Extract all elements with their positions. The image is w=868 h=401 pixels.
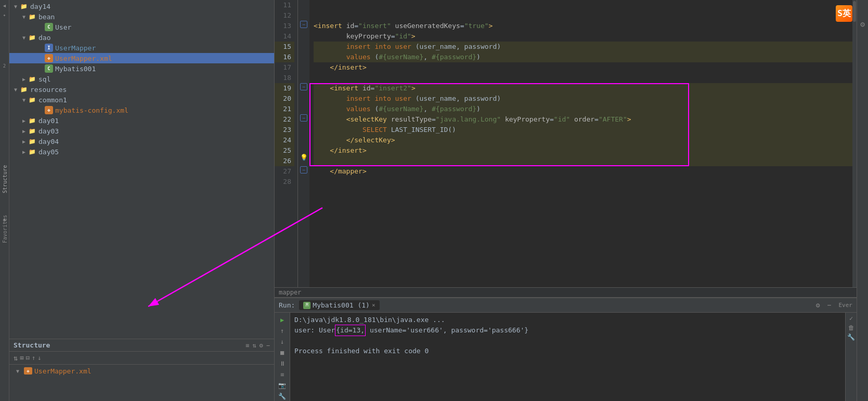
label-day03: day03 — [38, 127, 59, 135]
linenum-14: 14 — [275, 31, 294, 42]
code-line-27: </mapper> — [314, 166, 852, 177]
tree-item-day05[interactable]: 📁 day05 — [9, 146, 274, 157]
run-settings-btn[interactable]: 🔧 — [277, 391, 288, 401]
navigate-down-icon[interactable]: ↓ — [37, 354, 41, 362]
structure-header: Structure ≡ ⇅ ⚙ − — [9, 339, 274, 352]
linenum-16: 16 — [275, 52, 294, 62]
linenum-23: 23 — [275, 125, 294, 135]
run-ever-label: Ever — [839, 302, 853, 309]
tree-item-bean[interactable]: 📁 bean — [9, 11, 274, 22]
run-output: D:\java\jdk1.8.0_181\bin\java.exe ... us… — [290, 313, 845, 401]
run-tab-close[interactable]: × — [372, 302, 375, 309]
code-lines[interactable]: <insert id="insert" useGeneratedKeys="tr… — [309, 0, 852, 287]
run-settings-icon[interactable]: ⚙ — [816, 301, 820, 309]
output-highlight-id: {id=13, — [335, 325, 366, 336]
structure-settings-icon[interactable]: ⚙ — [260, 342, 263, 349]
run-panel: Run: M Mybatis001 (1) × ⚙ − Ever ▶ ↑ ↓ ■ — [275, 297, 857, 401]
run-scroll-end-btn[interactable]: ≡ — [277, 369, 288, 379]
tree-item-day03[interactable]: 📁 day03 — [9, 126, 274, 136]
arrow-day01 — [20, 116, 28, 125]
run-sidebar: ✓ 🗑 🔧 — [845, 313, 857, 401]
label-day05: day05 — [38, 148, 59, 156]
structure-content: ✤ UserMapper.xml — [9, 365, 274, 377]
structure-align-icon[interactable]: ≡ — [245, 342, 249, 349]
run-tab[interactable]: M Mybatis001 (1) × — [299, 300, 379, 310]
run-sidebar-icon-1[interactable]: ✓ — [849, 315, 853, 322]
struct-arrow — [14, 367, 22, 375]
right-sidebar-icon-1[interactable]: ⚙ — [859, 21, 866, 28]
tree-item-sql[interactable]: 📁 sql — [9, 74, 274, 84]
linenum-22: 22 — [275, 114, 294, 125]
fold-marker-13[interactable]: − — [300, 21, 307, 28]
tree-item-day01[interactable]: 📁 day01 — [9, 115, 274, 126]
run-sidebar-icon-3[interactable]: 🔧 — [847, 333, 855, 341]
tree-item-user[interactable]: C User — [9, 22, 274, 32]
arrow-usermapperxml — [36, 54, 45, 62]
tree-item-dao[interactable]: 📁 dao — [9, 32, 274, 43]
run-stop-btn[interactable]: ■ — [277, 347, 288, 357]
run-label: Run: — [279, 301, 295, 309]
folder-icon-common1: 📁 — [28, 96, 36, 104]
code-line-26 — [314, 156, 852, 166]
tree-item-day14[interactable]: 📁 day14 — [9, 1, 274, 11]
structure-sort-icon[interactable]: ⇅ — [252, 342, 256, 349]
fold-marker-19[interactable]: − — [300, 83, 307, 90]
run-pause-btn[interactable]: ⏸ — [277, 358, 288, 368]
arrow-user — [36, 23, 45, 31]
linenum-17: 17 — [275, 62, 294, 73]
tree-item-usermapper[interactable]: I UserMapper — [9, 43, 274, 53]
left-strip-icon-4: Structure — [1, 176, 8, 183]
label-mybatis001: Mybatis001 — [55, 65, 96, 73]
output-text-1: D:\java\jdk1.8.0_181\bin\java.exe ... — [294, 315, 445, 325]
code-line-20: insert into user (user_name, password) — [314, 93, 852, 104]
run-down-btn[interactable]: ↓ — [277, 337, 288, 346]
run-dump-btn[interactable]: 📷 — [277, 380, 288, 390]
label-mybatisconfig: mybatis-config.xml — [55, 106, 128, 114]
tree-item-common1[interactable]: 📁 common1 — [9, 95, 274, 105]
sort-by-name-icon[interactable]: ⇅ — [14, 354, 18, 362]
run-sidebar-icon-2[interactable]: 🗑 — [848, 324, 854, 331]
tree-item-resources[interactable]: 📁 resources — [9, 84, 274, 95]
s-logo: S英 — [836, 5, 852, 22]
struct-file-label: UserMapper.xml — [34, 367, 92, 375]
tree-item-usermapperxml[interactable]: ✤ UserMapper.xml — [9, 53, 274, 63]
structure-toolbar: ⇅ ⊞ ⊟ ↑ ↓ — [9, 352, 274, 365]
linenum-27: 27 — [275, 166, 294, 177]
label-day04: day04 — [38, 138, 59, 145]
left-strip-icon-1: ◀ — [1, 2, 8, 9]
editor-scrollbar[interactable] — [852, 0, 857, 287]
label-common1: common1 — [38, 96, 67, 104]
tree-item-mybatis001[interactable]: C Mybatis001 — [9, 63, 274, 74]
folder-icon-resources: 📁 — [20, 85, 28, 93]
structure-hide-icon[interactable]: − — [266, 342, 270, 349]
code-editor: 11 12 13 14 15 16 17 18 19 20 21 22 23 2… — [275, 0, 857, 287]
interface-icon-usermapper: I — [45, 44, 53, 52]
arrow-dao — [20, 33, 28, 42]
tree-item-day04[interactable]: 📁 day04 — [9, 136, 274, 146]
folder-icon-day01: 📁 — [28, 116, 36, 125]
arrow-mybatisconfig — [36, 106, 45, 114]
label-usermapper: UserMapper — [55, 44, 96, 52]
tree-item-mybatisconfig[interactable]: ✤ mybatis-config.xml — [9, 105, 274, 115]
code-line-14: keyProperty="id"> — [314, 31, 852, 42]
run-minimize-icon[interactable]: − — [827, 301, 832, 309]
code-line-15: insert into user (user_name, password) — [314, 42, 852, 52]
run-play-btn[interactable]: ▶ — [277, 315, 288, 325]
bulb-marker-26: 💡 — [300, 154, 308, 161]
run-tab-name: Mybatis001 (1) — [313, 301, 370, 309]
fold-marker-22[interactable]: − — [300, 114, 307, 122]
run-up-btn[interactable]: ↑ — [277, 326, 288, 336]
linenum-20: 20 — [275, 93, 294, 104]
mapper-breadcrumb: mapper — [275, 287, 857, 297]
folder-icon-day04: 📁 — [28, 137, 36, 145]
xml-icon-mybatisconfig: ✤ — [45, 106, 53, 114]
navigate-up-icon[interactable]: ↑ — [32, 354, 35, 362]
left-strip: ◀ ✦ 2 Structure ◉ Favorites — [0, 0, 9, 401]
collapse-all-icon[interactable]: ⊟ — [26, 354, 30, 362]
linenum-21: 21 — [275, 104, 294, 114]
code-area: 11 12 13 14 15 16 17 18 19 20 21 22 23 2… — [275, 0, 857, 401]
fold-marker-27[interactable]: − — [300, 166, 307, 173]
label-day14: day14 — [30, 3, 50, 10]
expand-all-icon[interactable]: ⊞ — [20, 354, 23, 362]
arrow-common1 — [20, 96, 28, 104]
